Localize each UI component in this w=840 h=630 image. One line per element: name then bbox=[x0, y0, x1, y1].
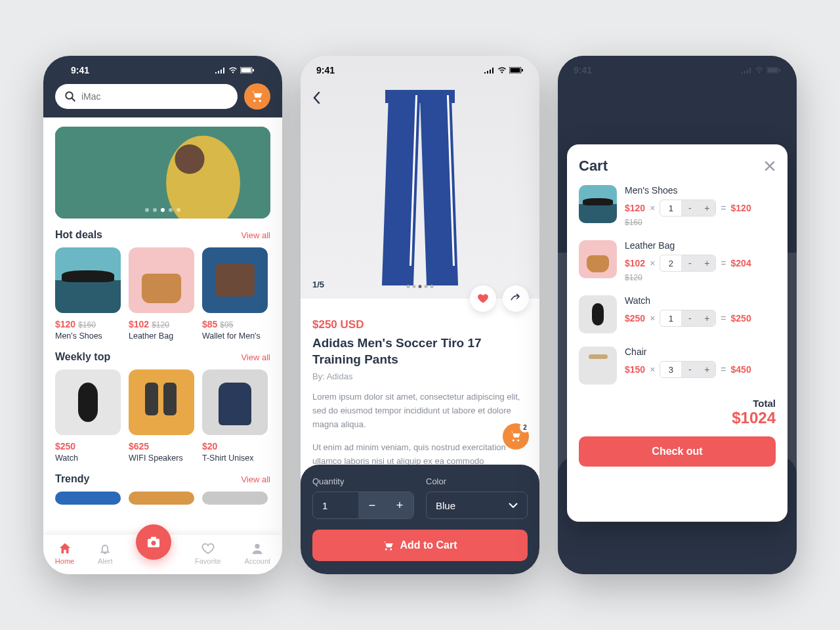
svg-rect-14 bbox=[522, 69, 523, 72]
checkout-button[interactable]: Check out bbox=[579, 436, 776, 467]
qty-plus-button[interactable]: + bbox=[698, 255, 715, 271]
quantity-stepper: 1 − + bbox=[312, 492, 414, 519]
status-time: 9:41 bbox=[316, 65, 335, 75]
svg-rect-13 bbox=[511, 68, 520, 73]
cart-item: Chair $150× 3-+ =$450 bbox=[579, 346, 776, 385]
qty-plus-button[interactable]: + bbox=[698, 362, 715, 377]
product-title: Adidas Men's Soccer Tiro 17 Training Pan… bbox=[312, 335, 528, 368]
qty-minus-button[interactable]: - bbox=[681, 200, 698, 216]
bell-icon bbox=[98, 541, 112, 556]
tab-alert[interactable]: Alert bbox=[98, 541, 113, 565]
color-select[interactable]: Blue bbox=[426, 492, 528, 519]
cart-icon bbox=[383, 539, 394, 551]
favorite-button[interactable] bbox=[470, 285, 496, 312]
camera-fab[interactable] bbox=[136, 524, 171, 560]
svg-rect-2 bbox=[253, 69, 254, 72]
share-button[interactable] bbox=[503, 285, 529, 312]
view-all-hot[interactable]: View all bbox=[241, 230, 270, 240]
cart-item: Watch $250× 1-+ =$250 bbox=[579, 295, 776, 333]
svg-point-9 bbox=[152, 541, 156, 545]
qty-minus-button[interactable]: - bbox=[681, 255, 698, 271]
color-value: Blue bbox=[436, 500, 455, 511]
section-title-weekly: Weekly top bbox=[55, 351, 110, 363]
svg-line-4 bbox=[72, 98, 75, 101]
cart-badge: 2 bbox=[520, 422, 530, 432]
item-thumb bbox=[579, 346, 617, 385]
status-icons bbox=[215, 67, 255, 74]
svg-rect-10 bbox=[151, 537, 156, 539]
qty-stepper: 2-+ bbox=[660, 255, 716, 272]
product-card[interactable]: $250Watch bbox=[55, 369, 121, 463]
qty-minus-button[interactable]: - bbox=[681, 362, 698, 377]
heart-icon bbox=[201, 541, 215, 556]
svg-rect-16 bbox=[768, 68, 778, 73]
tab-home[interactable]: Home bbox=[55, 541, 74, 565]
image-pager: 1/5 bbox=[312, 280, 324, 289]
cart-screen: Add to Cart 9:41 Cart Men's Shoes $120× … bbox=[558, 56, 797, 574]
status-time: 9:41 bbox=[71, 65, 89, 75]
svg-point-11 bbox=[255, 544, 260, 549]
search-icon bbox=[64, 91, 76, 102]
back-button[interactable] bbox=[312, 91, 320, 104]
product-screen: 9:41 1/5 $250 USD Adidas Men's Soccer Ti… bbox=[301, 56, 539, 574]
home-icon bbox=[58, 541, 72, 556]
item-thumb bbox=[579, 295, 617, 333]
hero-dots bbox=[145, 208, 180, 212]
product-thumb bbox=[202, 247, 268, 313]
product-card[interactable]: $102$120Leather Bag bbox=[129, 247, 194, 341]
qty-stepper: 1-+ bbox=[660, 200, 716, 217]
qty-minus-button[interactable]: − bbox=[358, 492, 386, 518]
section-title-trendy: Trendy bbox=[55, 473, 89, 485]
floating-cart-button[interactable]: 2 bbox=[503, 423, 529, 450]
total-label: Total bbox=[579, 398, 776, 409]
qty-plus-button[interactable]: + bbox=[698, 200, 715, 216]
close-icon bbox=[764, 160, 776, 172]
qty-minus-button[interactable]: - bbox=[681, 310, 698, 326]
cart-item: Men's Shoes $120× 1-+ =$120 $160 bbox=[579, 185, 776, 227]
qty-value: 1 bbox=[313, 492, 358, 518]
qty-stepper: 1-+ bbox=[660, 310, 716, 327]
view-all-trendy[interactable]: View all bbox=[241, 474, 270, 484]
share-icon bbox=[509, 292, 522, 305]
qty-plus-button[interactable]: + bbox=[698, 310, 715, 326]
cart-item: Leather Bag $102× 2-+ =$204 $120 bbox=[579, 240, 776, 282]
product-desc: Lorem ipsum dolor sit amet, consectetur … bbox=[312, 390, 528, 431]
product-thumb bbox=[55, 247, 121, 313]
tab-favorite[interactable]: Favorite bbox=[195, 541, 221, 565]
view-all-weekly[interactable]: View all bbox=[241, 352, 270, 362]
chevron-down-icon bbox=[509, 503, 518, 508]
qty-label: Quantity bbox=[312, 476, 414, 486]
hero-banner[interactable] bbox=[55, 127, 270, 219]
camera-icon bbox=[146, 534, 161, 550]
purchase-panel: Quantity 1 − + Color Blue Add to Cart bbox=[301, 465, 539, 574]
svg-point-7 bbox=[175, 144, 204, 174]
product-thumb bbox=[55, 369, 121, 435]
product-thumb bbox=[202, 369, 268, 435]
search-input[interactable] bbox=[55, 84, 238, 109]
product-thumb bbox=[129, 247, 194, 313]
search-field[interactable] bbox=[81, 91, 228, 102]
cart-button[interactable] bbox=[244, 83, 270, 110]
product-card[interactable]: $625WIFI Speakers bbox=[129, 369, 194, 463]
total-amount: $1024 bbox=[579, 409, 776, 427]
product-card[interactable]: $120$160Men's Shoes bbox=[55, 247, 121, 341]
status-icons bbox=[742, 67, 781, 74]
close-button[interactable] bbox=[764, 160, 776, 172]
tab-account[interactable]: Account bbox=[244, 541, 270, 565]
home-screen: 9:41 Hot deals View all $120$160Men's Sh… bbox=[43, 56, 282, 574]
add-to-cart-button[interactable]: Add to Cart bbox=[312, 530, 528, 561]
product-card[interactable]: $20T-Shirt Unisex bbox=[202, 369, 268, 463]
status-time: 9:41 bbox=[574, 65, 592, 75]
qty-plus-button[interactable]: + bbox=[386, 492, 413, 518]
chevron-left-icon bbox=[312, 91, 320, 104]
image-dots bbox=[407, 285, 434, 288]
product-price: $250 USD bbox=[312, 318, 528, 331]
product-card[interactable]: $85$95Wallet for Men's bbox=[202, 247, 268, 341]
color-label: Color bbox=[426, 476, 528, 486]
cart-title: Cart bbox=[579, 158, 608, 175]
tab-bar: Home Alert Favorite Account bbox=[43, 535, 282, 574]
item-thumb bbox=[579, 185, 617, 223]
item-thumb bbox=[579, 240, 617, 278]
svg-rect-1 bbox=[242, 68, 251, 73]
qty-stepper: 3-+ bbox=[660, 361, 716, 378]
